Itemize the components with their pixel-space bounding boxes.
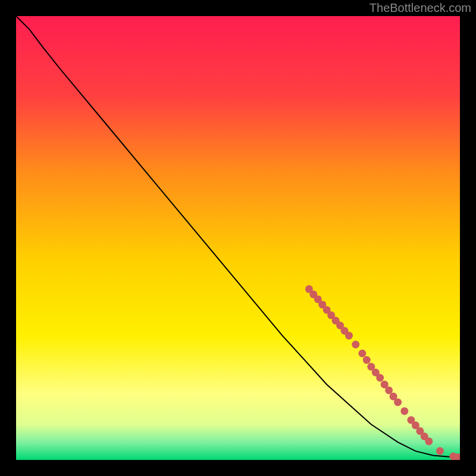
chart-container: TheBottleneck.com (0, 0, 476, 476)
data-point (345, 332, 353, 340)
plot-area (16, 16, 460, 460)
data-point (385, 386, 393, 394)
watermark-text: TheBottleneck.com (369, 1, 471, 15)
data-point (394, 399, 402, 406)
data-point (376, 374, 384, 382)
data-point (358, 350, 366, 358)
data-point (352, 341, 359, 349)
data-point (363, 356, 371, 364)
data-point (425, 437, 433, 445)
data-point (436, 447, 444, 455)
data-point (400, 407, 408, 415)
chart-svg (16, 16, 460, 460)
